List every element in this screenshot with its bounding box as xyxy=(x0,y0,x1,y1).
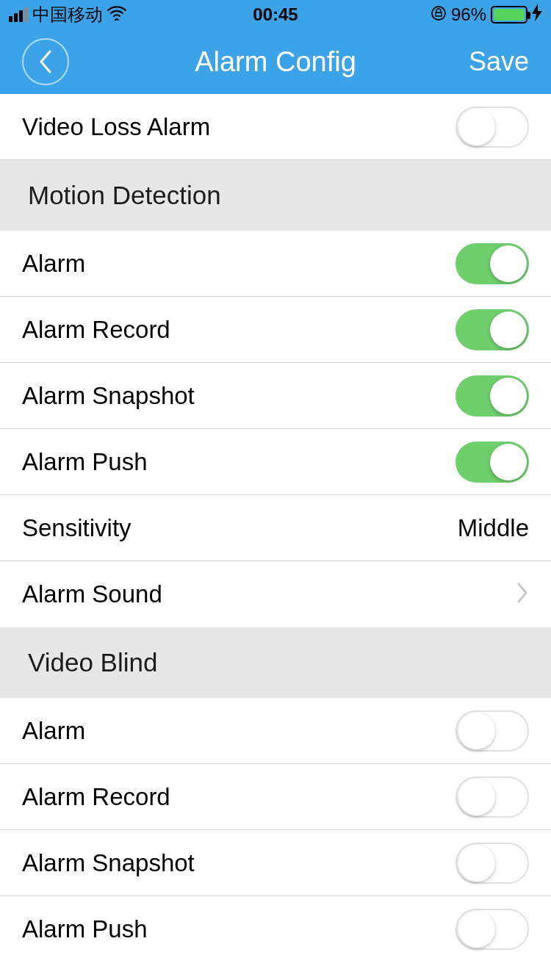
charging-icon xyxy=(532,4,542,26)
row-motion-alarm: Alarm xyxy=(0,231,551,297)
signal-icon xyxy=(9,7,28,22)
status-right: 96% xyxy=(431,4,542,26)
toggle-motion-record[interactable] xyxy=(455,309,529,350)
row-label: Alarm xyxy=(22,717,85,745)
section-header-motion: Motion Detection xyxy=(0,160,551,231)
row-label: Alarm Sound xyxy=(22,580,162,608)
status-time: 00:45 xyxy=(253,4,298,25)
toggle-motion-push[interactable] xyxy=(455,442,529,483)
row-label: Video Loss Alarm xyxy=(22,113,210,141)
row-blind-snapshot: Alarm Snapshot xyxy=(0,830,551,896)
rotation-lock-icon xyxy=(431,5,447,25)
wifi-icon xyxy=(107,4,126,25)
row-label: Alarm Push xyxy=(22,448,148,476)
row-label: Alarm xyxy=(22,250,85,278)
toggle-motion-alarm[interactable] xyxy=(455,243,529,284)
chevron-left-icon xyxy=(37,49,54,74)
toggle-video-loss[interactable] xyxy=(455,107,529,148)
status-left: 中国移动 xyxy=(9,3,126,26)
toggle-blind-snapshot[interactable] xyxy=(455,843,529,884)
row-label: Sensitivity xyxy=(22,514,132,542)
row-motion-record: Alarm Record xyxy=(0,297,551,363)
row-blind-alarm: Alarm xyxy=(0,698,551,764)
battery-icon xyxy=(491,6,527,24)
battery-percent: 96% xyxy=(451,4,486,25)
section-header-blind: Video Blind xyxy=(0,627,551,698)
sensitivity-value: Middle xyxy=(458,514,529,542)
row-motion-push: Alarm Push xyxy=(0,429,551,495)
toggle-blind-alarm[interactable] xyxy=(455,710,529,752)
row-blind-record: Alarm Record xyxy=(0,764,551,830)
row-video-loss-alarm: Video Loss Alarm xyxy=(0,94,551,160)
row-label: Alarm Snapshot xyxy=(22,849,195,877)
save-button[interactable]: Save xyxy=(469,46,529,77)
row-label: Alarm Record xyxy=(22,316,170,344)
row-motion-snapshot: Alarm Snapshot xyxy=(0,363,551,429)
back-button[interactable] xyxy=(22,38,69,85)
carrier-label: 中国移动 xyxy=(32,3,103,26)
toggle-blind-record[interactable] xyxy=(455,777,529,818)
toggle-motion-snapshot[interactable] xyxy=(455,375,529,417)
row-alarm-sound[interactable]: Alarm Sound xyxy=(0,561,551,627)
nav-bar: Alarm Config Save xyxy=(0,29,551,94)
row-sensitivity[interactable]: Sensitivity Middle xyxy=(0,495,551,561)
page-title: Alarm Config xyxy=(195,46,356,78)
row-label: Alarm Snapshot xyxy=(22,382,195,410)
status-bar: 中国移动 00:45 96% xyxy=(0,0,551,29)
toggle-blind-push[interactable] xyxy=(455,909,529,950)
row-label: Alarm Record xyxy=(22,783,170,811)
row-blind-push: Alarm Push xyxy=(0,896,551,962)
row-label: Alarm Push xyxy=(22,915,148,943)
chevron-right-icon xyxy=(516,582,529,607)
